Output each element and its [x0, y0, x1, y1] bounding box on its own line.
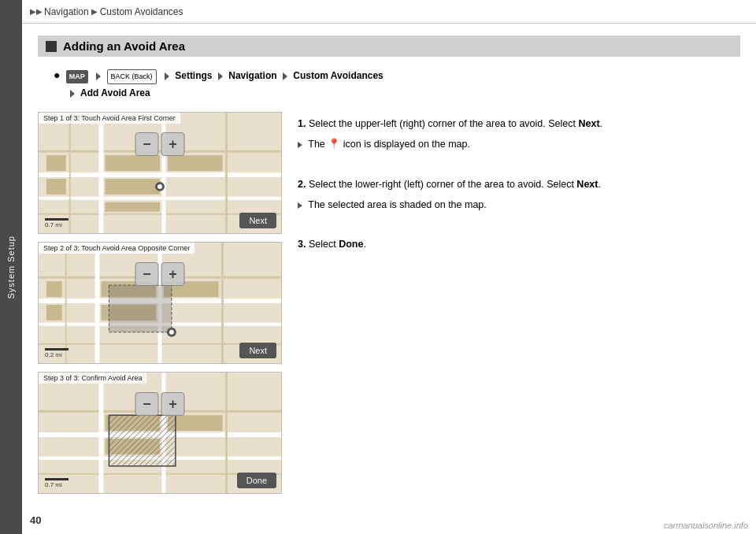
nav-arrow-1: [96, 72, 101, 80]
step-1: 1. Select the upper-left (right) corner …: [298, 116, 740, 153]
svg-rect-11: [168, 155, 223, 171]
nav-arrow-2: [165, 72, 169, 80]
breadcrumb-bar: ▶▶ Navigation ▶ Custom Avoidances: [22, 0, 756, 24]
svg-rect-31: [109, 285, 171, 332]
step-1-sub-arrow: [298, 142, 302, 148]
svg-rect-46: [109, 415, 175, 466]
nav-item-navigation: Navigation: [228, 70, 276, 81]
map-box-3: Step 3 of 3: Confirm Avoid Area: [38, 372, 282, 494]
scale-line-2: [45, 348, 69, 350]
page-number: 40: [30, 514, 41, 526]
step-2-sub-arrow: [298, 202, 302, 209]
nav-arrow-3: [218, 72, 223, 80]
svg-rect-10: [105, 179, 160, 195]
svg-rect-30: [46, 305, 62, 321]
hint-icon: ●: [54, 69, 60, 81]
nav-item-add-avoid-area: Add Avoid Area: [80, 87, 150, 98]
map-step-label-2: Step 2 of 3: Touch Avoid Area Opposite C…: [39, 243, 195, 254]
scale-bar-3: 0.7 mi: [45, 478, 69, 488]
svg-rect-13: [46, 179, 66, 195]
next-btn-2[interactable]: Next: [239, 343, 276, 358]
nav-path: ● MAP BACK (Back) Settings Navigation Cu…: [38, 66, 740, 101]
step-3-text: 3. Select Done.: [298, 236, 740, 252]
content-area: Adding an Avoid Area ● MAP BACK (Back) S…: [22, 24, 756, 510]
section-header-icon: [46, 41, 57, 52]
step-1-next-label: Next: [578, 118, 599, 129]
breadcrumb-item-navigation: Navigation: [44, 6, 89, 17]
map-icon-badge: MAP: [66, 70, 88, 83]
nav-arrow-4: [283, 72, 287, 80]
svg-point-33: [169, 330, 174, 335]
scale-line-1: [45, 218, 69, 221]
step-1-text: 1. Select the upper-left (right) corner …: [298, 116, 740, 132]
done-btn[interactable]: Done: [237, 473, 276, 488]
step-1-number: 1.: [298, 118, 306, 129]
step-2-sub: The selected area is shaded on the map.: [298, 197, 740, 213]
nav-arrow-5: [70, 90, 75, 98]
zoom-out-btn-3[interactable]: −: [135, 392, 159, 416]
step-2-number: 2.: [298, 179, 306, 190]
step-2: 2. Select the lower-right (left) corner …: [298, 176, 740, 213]
zoom-in-btn-3[interactable]: +: [161, 392, 185, 416]
scale-bar-1: 0.7 mi: [45, 218, 69, 228]
map-step-label-1: Step 1 of 3: Touch Avoid Area First Corn…: [39, 113, 180, 124]
step-3-done-label: Done: [339, 239, 363, 250]
zoom-in-btn-1[interactable]: +: [161, 132, 185, 156]
section-header: Adding an Avoid Area: [38, 35, 740, 57]
watermark: carmanualsonline.info: [664, 521, 748, 530]
svg-rect-12: [46, 155, 66, 171]
next-btn-1[interactable]: Next: [239, 213, 276, 228]
scale-bar-2: 0.2 mi: [45, 348, 69, 358]
step-2-next-label: Next: [576, 179, 598, 190]
svg-point-16: [158, 184, 162, 189]
map-controls-2: − +: [135, 262, 185, 286]
right-column: 1. Select the upper-left (right) corner …: [298, 112, 740, 494]
map-controls-3: − +: [135, 392, 185, 416]
zoom-in-btn-2[interactable]: +: [161, 262, 185, 286]
svg-rect-9: [105, 155, 160, 171]
scale-line-3: [45, 478, 69, 480]
svg-rect-29: [46, 281, 62, 297]
breadcrumb-item-custom-avoidances: Custom Avoidances: [100, 6, 183, 17]
zoom-out-btn-1[interactable]: −: [135, 132, 159, 156]
breadcrumb-arrows: ▶▶: [30, 7, 43, 16]
pin-icon-1: 📍: [328, 136, 340, 153]
step-2-text: 2. Select the lower-right (left) corner …: [298, 176, 740, 192]
section-title: Adding an Avoid Area: [63, 39, 185, 53]
main-content: ▶▶ Navigation ▶ Custom Avoidances Adding…: [22, 0, 756, 534]
back-icon-badge: BACK (Back): [107, 69, 157, 84]
sidebar: System Setup: [0, 0, 22, 534]
map-step-label-3: Step 3 of 3: Confirm Avoid Area: [39, 373, 146, 384]
left-column: Step 1 of 3: Touch Avoid Area First Corn…: [38, 112, 282, 494]
map-box-2: Step 2 of 3: Touch Avoid Area Opposite C…: [38, 242, 282, 364]
sidebar-label: System Setup: [6, 235, 16, 299]
zoom-out-btn-2[interactable]: −: [135, 262, 159, 286]
svg-rect-14: [105, 202, 160, 212]
map-box-1: Step 1 of 3: Touch Avoid Area First Corn…: [38, 112, 282, 234]
map-controls-1: − +: [135, 132, 185, 156]
two-column-layout: Step 1 of 3: Touch Avoid Area First Corn…: [38, 112, 740, 494]
step-1-sub: The 📍 icon is displayed on the map.: [298, 136, 740, 153]
step-3-number: 3.: [298, 239, 306, 250]
breadcrumb-arrow-1: ▶: [91, 7, 98, 16]
nav-item-settings: Settings: [175, 70, 212, 81]
nav-item-custom-avoidances: Custom Avoidances: [293, 70, 383, 81]
step-3: 3. Select Done.: [298, 236, 740, 252]
